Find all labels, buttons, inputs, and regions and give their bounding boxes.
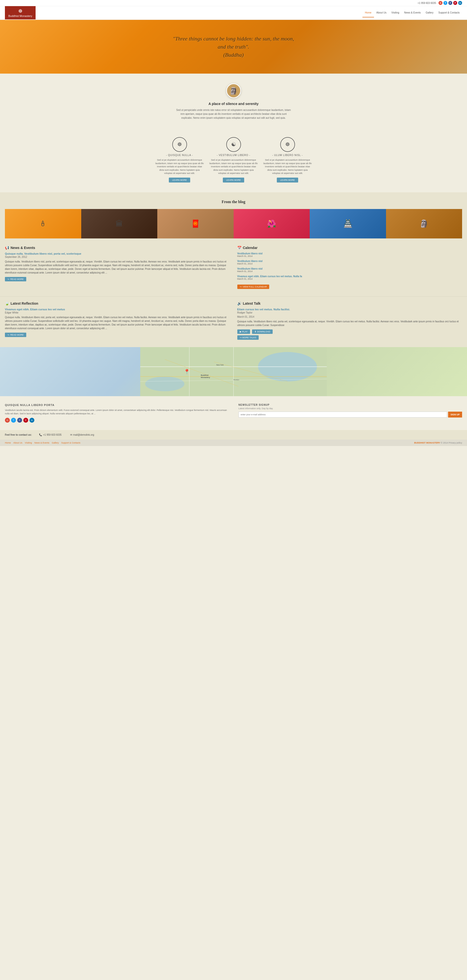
blog-img-1[interactable]: 🕯 <box>5 209 81 239</box>
nav-gallery[interactable]: Gallery <box>423 8 436 18</box>
megaphone-icon: 📢 <box>5 246 9 250</box>
cal-item-1: Vestibulum libero nisl March 01, 2014 <box>237 252 462 257</box>
nav-news[interactable]: News & Events <box>402 8 423 18</box>
download-btn[interactable]: ⬇ DOWNLOAD <box>252 329 273 334</box>
footer-col-1: Quisque nulla libero porta Vestibulum ia… <box>5 404 229 423</box>
blog-img-4[interactable]: 🌺 <box>234 209 310 239</box>
main-nav: ☸ Buddhist Monastery Home About Us Visit… <box>0 6 467 20</box>
buddha-avatar: 🗿 <box>226 83 241 98</box>
newsletter-email-input[interactable] <box>239 412 447 417</box>
map-section[interactable]: New York Brooklyn 📍 BuddhistMonastery <box>0 347 467 396</box>
footer-nav-support[interactable]: Support & Contacts <box>61 442 80 444</box>
cal-link-4[interactable]: Vivamus eget nibh. Etiam cursus leo vel … <box>237 275 462 278</box>
features-section: ☸ - QUISQUE NULLA - Sed ut pe oluptatem … <box>0 130 467 192</box>
talk-text: Quisque nulla. Vestibulum libero nisl, p… <box>237 320 462 327</box>
footer-col-1-text: Vestibulum iaculis lacinia est. Proin di… <box>5 409 229 415</box>
map-background: New York Brooklyn 📍 BuddhistMonastery <box>0 347 467 396</box>
google-plus-icon[interactable]: G <box>438 1 443 5</box>
feature-1-label: - QUISQUE NULLA - <box>155 154 204 156</box>
news-headline[interactable]: Quisque nulla. Vestibulum libero nisl, p… <box>5 252 230 255</box>
email-icon: ✉ <box>70 433 72 436</box>
news-read-more-btn[interactable]: ↪ READ MORE <box>5 277 26 282</box>
footer-linkedin-icon[interactable]: in <box>29 418 34 423</box>
nav-support[interactable]: Support & Contacts <box>436 8 462 18</box>
map-monastery-label: BuddhistMonastery <box>201 374 210 379</box>
footer-nav-news[interactable]: News & Events <box>34 442 49 444</box>
reflection-headline[interactable]: Vivamus eget nibh. Etiam cursus leo vel … <box>5 308 230 311</box>
talk-date: March 01, 2014 <box>237 315 462 318</box>
silence-title: A place of silence and serenity <box>5 102 462 106</box>
newsletter-form: SIGN UP <box>239 412 462 417</box>
footer-col-1-title: Quisque nulla libero porta <box>5 404 229 406</box>
phone-icon: 📞 <box>39 433 42 436</box>
twitter-icon[interactable]: T <box>443 1 447 5</box>
cal-link-2[interactable]: Vestibulum libero nisl <box>237 260 462 262</box>
footer-nav-visiting[interactable]: Visiting <box>25 442 32 444</box>
pinterest-icon[interactable]: P <box>453 1 457 5</box>
footer-nav-home[interactable]: Home <box>5 442 11 444</box>
footer-pinterest-icon[interactable]: P <box>23 418 28 423</box>
nav-visiting[interactable]: Visiting <box>389 8 402 18</box>
signup-button[interactable]: SIGN UP <box>448 412 462 417</box>
nav-home[interactable]: Home <box>362 8 374 18</box>
feature-2-learn-btn[interactable]: LEARN MORE <box>223 178 244 183</box>
top-bar: +1 959 603 6035 G T F P in <box>0 0 467 6</box>
blog-img-2[interactable]: 🏛 <box>81 209 158 239</box>
calendar-icon: 📅 <box>237 246 241 250</box>
footer-facebook-icon[interactable]: F <box>17 418 22 423</box>
feature-3-learn-btn[interactable]: LEARN MORE <box>277 178 298 183</box>
social-icons: G T F P in <box>438 1 462 5</box>
play-btn[interactable]: ▶ PLAY <box>237 329 250 334</box>
speaker-icon: 🔊 <box>237 301 241 305</box>
footer-col-2: NEWSLETTER SIGNUP Latest information onl… <box>239 404 462 423</box>
talk-headline[interactable]: Etiam cursus leo vel metus. Nulla facili… <box>237 308 462 311</box>
view-calendar-btn[interactable]: ↪ VIEW FULL CALENDAR <box>237 285 269 289</box>
facebook-icon[interactable]: F <box>448 1 452 5</box>
news-date: September 26, 2012 <box>5 256 230 258</box>
svg-point-2 <box>145 377 185 391</box>
news-title: 📢 News & Events <box>5 246 230 250</box>
footer-social: G T F P in <box>5 418 229 423</box>
blog-img-5[interactable]: 🏯 <box>310 209 386 239</box>
nav-about[interactable]: About Us <box>374 8 389 18</box>
news-col: 📢 News & Events Quisque nulla. Vestibulu… <box>5 246 230 289</box>
feature-1-icon: ☸ <box>172 137 187 152</box>
linkedin-icon[interactable]: in <box>458 1 462 5</box>
feature-3: ☸ - ULUM LIBERO NISL - Sed ut pe oluptat… <box>263 137 312 183</box>
blog-section: From the blog 🕯 🏛 🧧 🌺 🏯 🗿 <box>0 192 467 239</box>
logo[interactable]: ☸ Buddhist Monastery <box>5 6 35 19</box>
reflection-read-more-btn[interactable]: ↪ READ MORE <box>5 332 26 337</box>
feature-3-text: Sed ut pe oluptatem accusantium doloremq… <box>263 159 312 175</box>
footer-very-bottom: Home About Us Visiting News & Events Gal… <box>0 439 467 446</box>
footer-google-icon[interactable]: G <box>5 418 10 423</box>
feature-1-learn-btn[interactable]: LEARN MORE <box>169 178 190 183</box>
blog-img-3[interactable]: 🧧 <box>157 209 234 239</box>
footer-twitter-icon[interactable]: T <box>11 418 16 423</box>
footer-nav-about[interactable]: About Us <box>13 442 22 444</box>
feature-2-text: Sed ut pe oluptatem accusantium doloremq… <box>209 159 258 175</box>
hero-section: "Three things cannot be long hidden: the… <box>0 20 467 73</box>
reflection-talk-section: 🍃 Latest Reflection Vivamus eget nibh. E… <box>0 296 467 347</box>
newsletter-sub: Latest information only. Day by day. <box>239 407 462 410</box>
svg-text:Brooklyn: Brooklyn <box>234 379 239 380</box>
cal-item-2: Vestibulum libero nisl March 01, 2014 <box>237 260 462 265</box>
footer-nav-gallery[interactable]: Gallery <box>52 442 59 444</box>
cal-link-1[interactable]: Vestibulum libero nisl <box>237 252 462 255</box>
silence-section: 🗿 A place of silence and serenity Sed ut… <box>0 73 467 130</box>
footer-copyright: BUDDHIST MONASTERY © 2014 Privacy policy <box>414 442 462 444</box>
newsletter-title: NEWSLETTER SIGNUP <box>239 404 462 406</box>
feature-3-label: - ULUM LIBERO NISL - <box>263 154 312 156</box>
talk-col: 🔊 Latest Talk Etiam cursus leo vel metus… <box>237 301 462 340</box>
cal-link-3[interactable]: Vestibulum libero nisl <box>237 267 462 270</box>
site-name: Buddhist Monastery <box>8 14 32 18</box>
reflection-author: Edgar White <box>5 311 230 314</box>
feature-1-text: Sed ut pe oluptatem accusantium doloremq… <box>155 159 204 175</box>
blog-img-6[interactable]: 🗿 <box>386 209 462 239</box>
more-talks-btn[interactable]: ↪ MORE TALKS <box>237 335 259 340</box>
cal-item-4: Vivamus eget nibh. Etiam cursus leo vel … <box>237 275 462 280</box>
footer-email: ✉ mail@demolink.org <box>70 433 94 436</box>
feature-3-icon: ☸ <box>280 137 295 152</box>
footer-top: Quisque nulla libero porta Vestibulum ia… <box>0 396 467 430</box>
news-text: Quisque nulla. Vestibulum libero nisl, p… <box>5 260 230 275</box>
feature-2: ☯ - VESTIBULUM LIBERO - Sed ut pe olupta… <box>209 137 258 183</box>
